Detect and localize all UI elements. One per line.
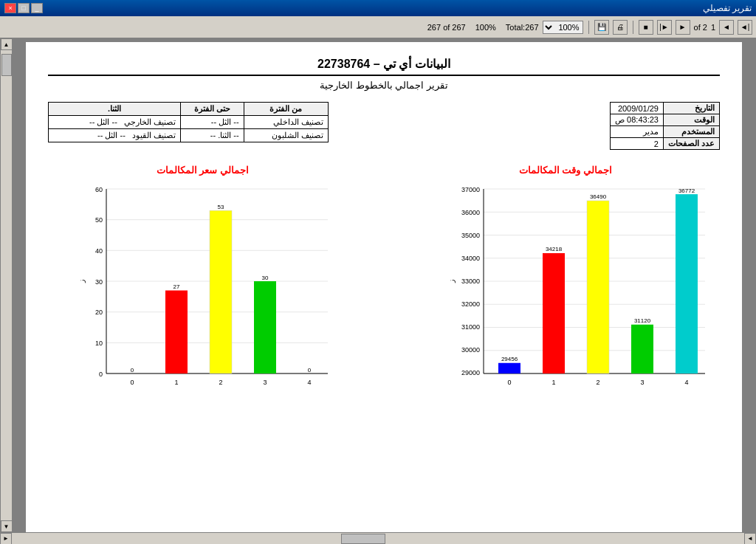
svg-text:34218: 34218 xyxy=(546,246,563,252)
svg-text:20: 20 xyxy=(95,309,103,316)
chart1-bar-2 xyxy=(587,201,609,373)
svg-text:0: 0 xyxy=(507,379,511,386)
user-label: المستخدم xyxy=(663,126,719,138)
svg-text:36490: 36490 xyxy=(590,193,607,200)
print-button[interactable]: 🖨 xyxy=(613,20,628,35)
chart1-bar-3 xyxy=(631,325,653,373)
percent-stat: 100% xyxy=(475,23,496,32)
filter-r1c2: -- الثل -- xyxy=(181,116,244,129)
scroll-left-button[interactable]: ◄ xyxy=(744,533,756,545)
first-page-button[interactable]: |◄ xyxy=(738,20,752,35)
close-button[interactable]: × xyxy=(4,3,16,13)
svg-text:35000: 35000 xyxy=(461,232,480,239)
info-table: التاريخ 2009/01/29 الوقت 08:43:23 ص المس… xyxy=(610,102,720,150)
svg-text:29000: 29000 xyxy=(461,369,480,376)
scroll-track-h[interactable] xyxy=(12,533,744,544)
time-value: 08:43:23 ص xyxy=(611,114,664,126)
title-bar: تقرير تفصيلي _ □ × xyxy=(0,0,756,16)
svg-text:33000: 33000 xyxy=(461,278,480,285)
svg-text:32000: 32000 xyxy=(461,300,480,308)
svg-text:36772: 36772 xyxy=(678,187,695,194)
chart2-bar-1 xyxy=(165,291,188,374)
report-main-title: البيانات أي تي – 22738764 xyxy=(48,57,720,76)
scroll-down-button[interactable]: ▼ xyxy=(1,520,13,532)
chart2-title: اجمالي سعر المكالمات xyxy=(48,165,357,176)
chart1-title: اجمالي وقت المكالمات xyxy=(410,165,720,176)
export-button[interactable]: 💾 xyxy=(594,20,609,35)
separator-2 xyxy=(588,21,589,34)
svg-text:30000: 30000 xyxy=(461,346,480,354)
zoom-select[interactable]: 100% 75% 50% xyxy=(543,21,583,34)
svg-text:1: 1 xyxy=(551,379,555,386)
chart2-container: اجمالي سعر المكالمات xyxy=(48,165,357,405)
svg-text:36000: 36000 xyxy=(461,209,480,216)
svg-text:0: 0 xyxy=(130,367,134,373)
page-number: 1 xyxy=(711,23,715,32)
svg-text:31120: 31120 xyxy=(634,317,651,324)
stop-button[interactable]: ■ xyxy=(639,20,653,35)
svg-text:ز: ز xyxy=(448,280,456,283)
total-stat: Total:267 xyxy=(506,23,539,32)
minimize-button[interactable]: _ xyxy=(31,3,43,13)
svg-text:4: 4 xyxy=(307,379,311,386)
content-area[interactable]: البيانات أي تي – 22738764 تقرير اجمالي ب… xyxy=(12,38,756,532)
chart2-bar-2 xyxy=(210,210,232,373)
svg-text:30: 30 xyxy=(261,275,268,281)
date-value: 2009/01/29 xyxy=(611,103,664,114)
svg-text:4: 4 xyxy=(684,379,688,386)
horizontal-scrollbar[interactable]: ◄ ► xyxy=(0,532,756,544)
filter-r1c3: تصنيف الخارجي -- الثل -- xyxy=(49,116,181,129)
chart2-bar-3 xyxy=(254,281,276,373)
user-value: مدير xyxy=(611,126,664,138)
scroll-track-v[interactable] xyxy=(1,50,12,520)
window-controls: _ □ × xyxy=(4,3,43,13)
next-page-button[interactable]: ► xyxy=(676,20,690,35)
svg-text:2: 2 xyxy=(219,379,222,386)
svg-text:10: 10 xyxy=(95,340,103,347)
counter-stat: 267 of 267 xyxy=(427,23,466,32)
date-label: التاريخ xyxy=(663,103,719,114)
svg-text:2: 2 xyxy=(596,379,599,386)
last-page-button[interactable]: ►| xyxy=(657,20,672,35)
info-left: التاريخ 2009/01/29 الوقت 08:43:23 ص المس… xyxy=(610,102,720,150)
svg-text:3: 3 xyxy=(640,379,644,386)
separator-1 xyxy=(633,21,633,34)
filter-header-val: الثنا. xyxy=(49,103,181,116)
pages-value: 2 xyxy=(611,138,664,150)
maximize-button[interactable]: □ xyxy=(18,3,30,13)
svg-text:3: 3 xyxy=(263,379,267,386)
chart1-bar-1 xyxy=(543,253,565,373)
svg-text:0: 0 xyxy=(99,371,103,378)
chart1-bar-0 xyxy=(498,363,520,373)
filter-r1c1: تصنيف الداخلي xyxy=(244,116,328,129)
filter-r2c1: تصنيف الشلبون xyxy=(244,129,328,142)
filter-r2c2: -- الثنا. -- xyxy=(181,129,244,142)
svg-text:34000: 34000 xyxy=(461,255,480,262)
filter-header-to: حتى الفترة xyxy=(181,103,244,116)
svg-text:50: 50 xyxy=(95,216,103,224)
filter-header-from: من الفترة xyxy=(244,103,328,116)
vertical-scrollbar[interactable]: ▲ ▼ xyxy=(0,38,12,532)
charts-section: اجمالي وقت المكالمات xyxy=(48,165,720,405)
chart2-svg: 60 50 40 30 20 10 0 0 xyxy=(77,182,357,403)
time-label: الوقت xyxy=(663,114,719,126)
pages-label: عدد الصفحات xyxy=(663,138,719,150)
svg-text:0: 0 xyxy=(307,367,311,373)
svg-text:31000: 31000 xyxy=(461,323,480,331)
filter-r2c3: تصنيف القيود -- الثل -- xyxy=(49,129,181,142)
scroll-up-button[interactable]: ▲ xyxy=(1,38,13,50)
svg-text:0: 0 xyxy=(130,379,134,386)
svg-text:29456: 29456 xyxy=(501,356,518,362)
svg-text:40: 40 xyxy=(95,247,103,255)
info-section: التاريخ 2009/01/29 الوقت 08:43:23 ص المس… xyxy=(48,102,720,150)
title-bar-text: تقرير تفصيلي xyxy=(703,3,752,13)
scroll-thumb-h[interactable] xyxy=(341,534,385,544)
scroll-thumb-v[interactable] xyxy=(1,54,12,76)
chart1-bar-4 xyxy=(676,194,698,373)
report-page: البيانات أي تي – 22738764 تقرير اجمالي ب… xyxy=(26,42,742,532)
scroll-right-button[interactable]: ► xyxy=(0,533,12,545)
chart1-container: اجمالي وقت المكالمات xyxy=(410,165,720,405)
svg-text:53: 53 xyxy=(217,204,224,210)
svg-text:60: 60 xyxy=(95,186,103,193)
prev-page-button[interactable]: ◄ xyxy=(719,20,734,35)
